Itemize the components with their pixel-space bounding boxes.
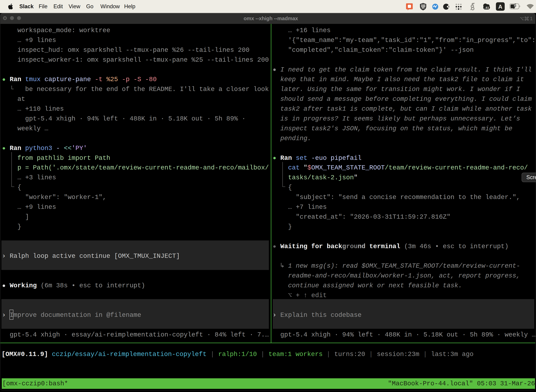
svg-text:A: A — [498, 4, 502, 10]
svg-text:..61: ..61 — [484, 6, 489, 9]
